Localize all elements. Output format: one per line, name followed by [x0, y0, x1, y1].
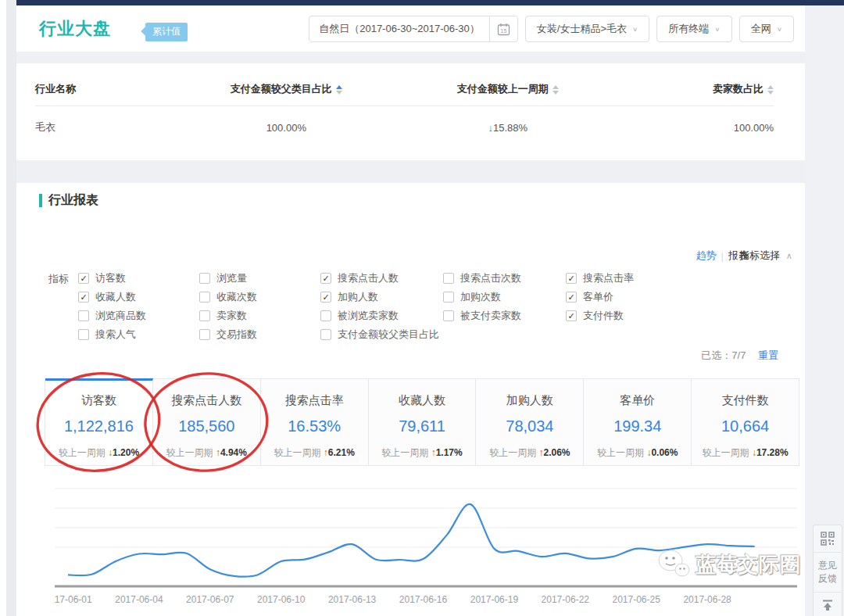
metric-checkbox-label: 访客数	[95, 271, 126, 285]
date-range-picker[interactable]: 自然日（2017-06-30~2017-06-30） 15	[309, 16, 518, 42]
unchecked-checkbox-icon[interactable]	[443, 310, 454, 321]
tab-compare-text: 较上一周期 ↑6.21%	[261, 446, 368, 460]
floating-side-widget: 意见 反馈	[813, 525, 842, 616]
svg-text:2017-06-28: 2017-06-28	[683, 594, 731, 605]
checkbox-column: ✓ 访客数 ✓ 收藏人数 浏览商品数 搜索人气	[78, 269, 199, 344]
svg-text:2017-06-25: 2017-06-25	[613, 594, 661, 605]
metric-checkbox[interactable]: ✓ 加购人数	[320, 288, 443, 306]
tab-metric-value: 79,611	[369, 417, 476, 435]
metric-checkbox[interactable]: 被浏览卖家数	[320, 306, 443, 325]
seller-ratio-cell: 100.00%	[611, 106, 774, 141]
svg-text:2017-06-16: 2017-06-16	[399, 594, 448, 605]
feedback-button[interactable]: 意见 反馈	[814, 553, 842, 593]
metric-tab-inactive[interactable]: 搜索点击率 16.53% 较上一周期 ↑6.21%	[261, 378, 369, 465]
metric-tab-inactive[interactable]: 客单价 199.34 较上一周期 ↓0.06%	[584, 378, 692, 465]
checked-checkbox-icon[interactable]: ✓	[320, 273, 331, 284]
tab-metric-label: 支付件数	[692, 393, 799, 408]
metric-checkbox[interactable]: 浏览量	[199, 269, 320, 288]
back-to-top-icon	[821, 599, 834, 611]
industry-table: 行业名称支付金额较父类目占比支付金额较上一周期卖家数占比 毛衣 100.00% …	[35, 74, 774, 141]
unchecked-checkbox-icon[interactable]	[320, 310, 331, 321]
sort-icon[interactable]	[553, 85, 559, 95]
category-label: 女装/女士精品>毛衣	[537, 22, 627, 36]
tab-metric-value: 185,560	[153, 417, 260, 435]
selected-count-row: 已选：7/7 重置	[701, 349, 778, 363]
metric-checkbox[interactable]: 加购次数	[443, 288, 566, 306]
metric-checkbox[interactable]: 搜索点击次数	[443, 269, 566, 288]
checked-checkbox-icon[interactable]: ✓	[320, 292, 331, 303]
pay-wow-cell: ↓15.88%	[404, 106, 611, 141]
metric-checkbox[interactable]: ✓ 访客数	[78, 269, 199, 288]
metric-checkbox[interactable]: ✓ 搜索点击人数	[320, 269, 443, 288]
chevron-down-icon: ∨	[632, 26, 638, 33]
back-to-top-button[interactable]	[814, 593, 842, 616]
table-column-header[interactable]: 卖家数占比	[611, 74, 774, 106]
unchecked-checkbox-icon[interactable]	[443, 292, 454, 303]
unchecked-checkbox-icon[interactable]	[78, 310, 89, 321]
metric-checkbox[interactable]: 搜索人气	[78, 325, 199, 344]
checked-checkbox-icon[interactable]: ✓	[78, 292, 89, 303]
metric-checkbox[interactable]: ✓ 客单价	[566, 288, 683, 306]
metric-checkbox[interactable]: 浏览商品数	[78, 306, 199, 325]
metric-tab-active[interactable]: 访客数 1,122,816 较上一周期 ↓1.20%	[45, 378, 153, 465]
cumulative-badge: 累计值	[145, 23, 188, 41]
metric-tab-inactive[interactable]: 加购人数 78,034 较上一周期 ↑2.06%	[476, 378, 584, 465]
svg-text:2017-06-13: 2017-06-13	[328, 594, 377, 605]
checked-checkbox-icon[interactable]: ✓	[566, 310, 577, 321]
trend-view-link[interactable]: 趋势	[696, 249, 717, 263]
metric-tab-inactive[interactable]: 收藏人数 79,611 较上一周期 ↑1.17%	[369, 378, 477, 465]
sort-icon[interactable]	[336, 85, 342, 95]
checked-checkbox-icon[interactable]: ✓	[566, 273, 577, 284]
calendar-icon[interactable]: 15	[489, 16, 517, 41]
unchecked-checkbox-icon[interactable]	[199, 292, 210, 303]
metric-checkbox[interactable]: 卖家数	[199, 306, 320, 325]
unchecked-checkbox-icon[interactable]	[320, 329, 331, 340]
terminal-dropdown[interactable]: 所有终端 ∨	[656, 16, 731, 42]
section-title: 行业报表	[39, 192, 98, 209]
reset-link[interactable]: 重置	[758, 349, 778, 361]
metric-checkbox[interactable]: 交易指数	[199, 325, 320, 344]
metrics-label: 指标	[48, 272, 69, 286]
indicator-select-toggle[interactable]: 指标选择 ∧	[739, 249, 808, 263]
metric-checkbox-label: 浏览量	[216, 271, 247, 285]
checkbox-column: ✓ 搜索点击人数 ✓ 加购人数 被浏览卖家数 支付金额较父类目占比	[320, 269, 443, 344]
unchecked-checkbox-icon[interactable]	[199, 329, 210, 340]
unchecked-checkbox-icon[interactable]	[199, 310, 210, 321]
tab-compare-text: 较上一周期 ↑4.94%	[153, 446, 260, 460]
checked-checkbox-icon[interactable]: ✓	[78, 273, 89, 284]
metric-checkbox[interactable]: ✓ 收藏人数	[78, 288, 199, 306]
metric-checkbox-label: 加购次数	[460, 290, 501, 304]
metric-checkbox-label: 被浏览卖家数	[338, 309, 399, 323]
metric-checkbox[interactable]: ✓ 支付件数	[566, 306, 683, 325]
category-dropdown[interactable]: 女装/女士精品>毛衣 ∨	[525, 16, 650, 42]
metric-tab-inactive[interactable]: 搜索点击人数 185,560 较上一周期 ↑4.94%	[153, 378, 261, 465]
metric-tab-inactive[interactable]: 支付件数 10,664 较上一周期 ↓17.28%	[692, 378, 799, 465]
table-column-header[interactable]: 支付金额较父类目占比	[168, 74, 404, 106]
table-column-header[interactable]: 支付金额较上一周期	[404, 74, 611, 106]
metric-checkbox[interactable]: 支付金额较父类目占比	[320, 325, 443, 344]
tab-metric-label: 搜索点击率	[261, 393, 368, 408]
unchecked-checkbox-icon[interactable]	[443, 273, 454, 284]
date-range-label: 自然日（2017-06-30~2017-06-30）	[309, 22, 489, 36]
qr-code-button[interactable]	[814, 525, 842, 553]
pay-vs-parent-cell: 100.00%	[168, 106, 404, 141]
tab-metric-label: 搜索点击人数	[153, 393, 260, 408]
metric-checkbox[interactable]: ✓ 搜索点击率	[566, 269, 683, 288]
feedback-label-line2: 反馈	[818, 572, 837, 586]
unchecked-checkbox-icon[interactable]	[78, 329, 89, 340]
main-content: 行业大盘 累计值 自然日（2017-06-30~2017-06-30） 15	[16, 5, 805, 616]
selected-count: 已选：7/7	[701, 349, 746, 361]
sort-icon[interactable]	[767, 85, 774, 95]
metric-checkbox[interactable]: 被支付卖家数	[443, 306, 566, 325]
unchecked-checkbox-icon[interactable]	[199, 273, 210, 284]
scope-dropdown[interactable]: 全网 ∨	[739, 16, 794, 42]
tab-metric-label: 客单价	[584, 393, 691, 408]
checkbox-column: 搜索点击次数 加购次数 被支付卖家数	[443, 269, 566, 344]
tab-compare-text: 较上一周期 ↑1.17%	[369, 446, 476, 460]
metric-checkbox[interactable]: 收藏次数	[199, 288, 320, 306]
table-row: 毛衣 100.00% ↓15.88% 100.00%	[35, 106, 774, 141]
watermark-logo-icon	[656, 549, 692, 580]
page-title: 行业大盘	[39, 17, 111, 41]
metric-checkbox-label: 支付金额较父类目占比	[338, 328, 439, 342]
checked-checkbox-icon[interactable]: ✓	[566, 292, 577, 303]
